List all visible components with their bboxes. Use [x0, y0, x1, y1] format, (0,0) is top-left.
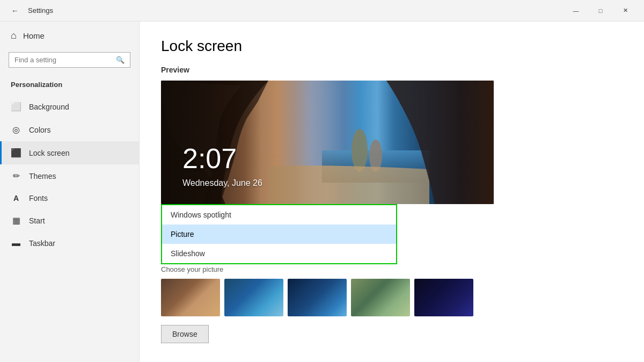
main-layout: ⌂ Home 🔍 Personalization ⬜ Background ◎ … [0, 21, 644, 362]
home-label: Home [23, 31, 45, 40]
background-icon: ⬜ [11, 102, 21, 112]
background-type-dropdown[interactable]: Windows spotlight Picture Slideshow [161, 204, 397, 264]
fonts-label: Fonts [29, 194, 48, 202]
preview-time: 2:07 [182, 142, 237, 175]
sidebar-item-lock-screen[interactable]: ⬛ Lock screen [0, 141, 139, 164]
page-title: Lock screen [161, 38, 623, 55]
home-icon: ⌂ [11, 30, 17, 41]
lock-screen-label: Lock screen [29, 149, 69, 157]
sidebar-item-background[interactable]: ⬜ Background [0, 95, 139, 118]
maximize-button[interactable]: □ [588, 2, 613, 19]
lock-screen-icon: ⬛ [11, 148, 21, 158]
background-label: Background [29, 103, 69, 111]
close-button[interactable]: ✕ [613, 2, 638, 19]
sidebar-item-themes[interactable]: ✏ Themes [0, 164, 139, 187]
lock-screen-preview: 2:07 Wednesday, June 26 [161, 81, 494, 204]
thumbnail-5[interactable] [414, 279, 473, 316]
fonts-icon: A [11, 194, 21, 202]
colors-label: Colors [29, 126, 50, 134]
thumbnail-4[interactable] [351, 279, 410, 316]
sidebar-item-taskbar[interactable]: ▬ Taskbar [0, 232, 139, 255]
start-icon: ▦ [11, 215, 21, 226]
home-nav-item[interactable]: ⌂ Home [0, 21, 139, 50]
choose-picture-label: Choose your picture [161, 265, 623, 273]
browse-button[interactable]: Browse [161, 325, 209, 343]
title-bar: ← Settings — □ ✕ [0, 0, 644, 21]
minimize-button[interactable]: — [564, 2, 588, 19]
taskbar-icon: ▬ [11, 238, 21, 248]
personalization-heading: Personalization [0, 76, 139, 95]
themes-label: Themes [29, 172, 56, 180]
sidebar-item-fonts[interactable]: A Fonts [0, 187, 139, 209]
app-title: Settings [28, 6, 53, 15]
search-input[interactable] [14, 56, 112, 64]
thumbnail-1[interactable] [161, 279, 220, 316]
preview-label: Preview [161, 66, 623, 74]
start-label: Start [29, 216, 45, 225]
picture-thumbnails [161, 279, 623, 316]
colors-icon: ◎ [11, 125, 21, 135]
dropdown-option-picture[interactable]: Picture [162, 225, 396, 244]
content-area: Lock screen Preview [140, 21, 644, 362]
themes-icon: ✏ [11, 171, 21, 181]
search-icon: 🔍 [116, 56, 125, 64]
search-box[interactable]: 🔍 [9, 52, 130, 68]
dropdown-option-slideshow[interactable]: Slideshow [162, 244, 396, 263]
sidebar-item-colors[interactable]: ◎ Colors [0, 118, 139, 141]
window-controls: — □ ✕ [564, 2, 638, 19]
thumbnail-2[interactable] [224, 279, 283, 316]
thumbnail-3[interactable] [288, 279, 347, 316]
sidebar: ⌂ Home 🔍 Personalization ⬜ Background ◎ … [0, 21, 140, 362]
back-button[interactable]: ← [6, 2, 24, 19]
preview-date: Wednesday, June 26 [182, 178, 262, 188]
taskbar-label: Taskbar [29, 239, 55, 248]
sidebar-item-start[interactable]: ▦ Start [0, 209, 139, 232]
dropdown-option-spotlight[interactable]: Windows spotlight [162, 205, 396, 225]
